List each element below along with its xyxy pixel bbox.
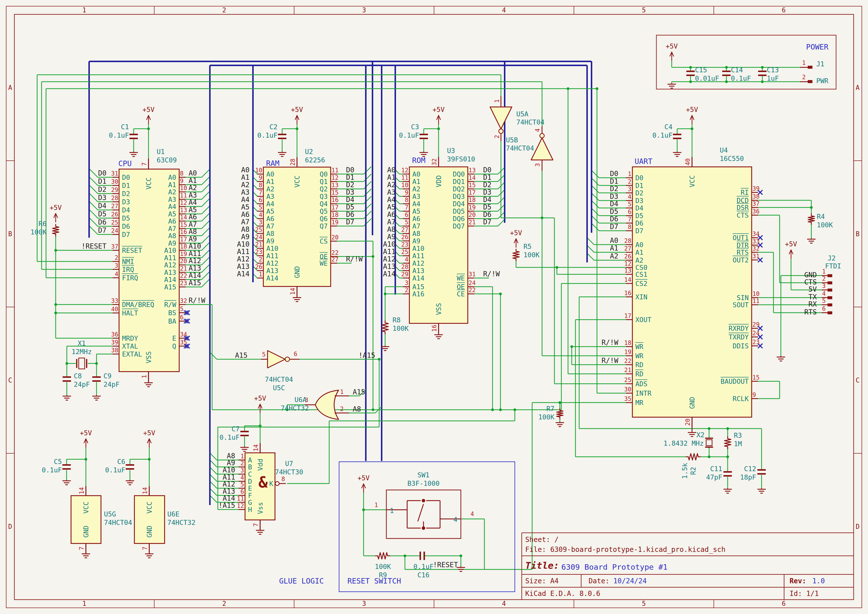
U4-pin-MR: MR — [636, 399, 643, 406]
net-label-A2: A2 — [387, 181, 395, 188]
U3-vcc-num: 32 — [431, 158, 437, 166]
titleblock-app: KiCad E.D.A. 8.0.6 — [525, 590, 600, 597]
U4-pin2-num: 2 — [628, 179, 631, 185]
U2-pin-Q1: Q1 — [319, 178, 328, 185]
U1-pin-A15: A15 — [164, 284, 176, 290]
U1-pin-D5: D5 — [122, 215, 130, 222]
U6E-value: 74HCT32 — [167, 519, 195, 526]
U4-pin-TXRDY: TXRDY — [728, 334, 749, 340]
net-label-A13: A13 — [189, 265, 201, 272]
U2-pin19-num: 19 — [332, 219, 339, 225]
C2-ref: C2 — [269, 124, 277, 130]
U1-pin23-num: 23 — [180, 280, 187, 286]
U1-pin-RESET: RESET — [122, 247, 142, 254]
U4-pin25-num: 25 — [624, 377, 631, 383]
U2-pin15-num: 15 — [332, 190, 339, 195]
U1-pin9-num: 9 — [180, 178, 183, 184]
SW1-pin4-num: 4 — [471, 511, 474, 517]
U1-pin12-num: 12 — [180, 200, 187, 206]
net-label-D4: D4 — [98, 203, 107, 209]
U3-pin-DQ0: DQ0 — [453, 171, 465, 178]
net-label-A11: A11 — [383, 248, 395, 255]
U2-pin-CS: CS — [319, 238, 328, 245]
U2-value: 62256 — [305, 157, 325, 163]
frame-col-1: 1 — [82, 600, 86, 607]
U1-pin-D7: D7 — [122, 231, 130, 238]
net-label-A10: A10 — [237, 241, 250, 248]
U4-pin37-num: 37 — [752, 201, 760, 207]
U7-pin-G: G — [248, 499, 252, 506]
U1-pin4-num: 4 — [115, 271, 118, 277]
net-label-A0: A0 — [189, 170, 197, 177]
U4-pin23-num: 23 — [752, 339, 760, 345]
U1-pin15-num: 15 — [180, 222, 187, 228]
U5A-pin1: 1 — [494, 99, 500, 103]
U4-pin17-num: 17 — [624, 313, 631, 319]
U4-pin-CS0: CS0 — [636, 264, 648, 271]
U2-ref: U2 — [305, 148, 313, 155]
U2-pin13-num: 13 — [332, 182, 339, 188]
U5A-value: 74HCT04 — [516, 119, 544, 126]
U4-pin-D6: D6 — [636, 220, 643, 226]
U4-pin33-num: 33 — [752, 239, 760, 244]
U4-pin-XOUT: XOUT — [636, 316, 651, 323]
U2-pin-A6: A6 — [266, 216, 274, 222]
U2-pin20-num: 20 — [332, 234, 339, 240]
net-label-A1: A1 — [241, 174, 250, 181]
net-label-A14: A14 — [237, 271, 250, 278]
net-label-A12: A12 — [189, 257, 201, 264]
net-label-A3: A3 — [189, 192, 197, 199]
frame-row-B: B — [8, 231, 12, 237]
U1-pin-A5: A5 — [168, 211, 176, 217]
U7-pin-K: K — [269, 480, 273, 487]
U4-ref: U4 — [720, 147, 728, 154]
net-label-A1: A1 — [610, 245, 618, 252]
U2-pin-Q6: Q6 — [319, 216, 328, 222]
U1-value: 63C09 — [157, 157, 177, 163]
U2-pin23-num: 23 — [255, 249, 262, 255]
U2-pin9-num: 9 — [259, 175, 262, 181]
net-label-A11: A11 — [189, 250, 201, 257]
U7-ref: U7 — [285, 460, 293, 467]
U4-pin-RD: RD — [636, 361, 643, 368]
label-glue-logic: GLUE LOGIC — [279, 577, 324, 585]
U1-pin-A9: A9 — [168, 240, 176, 247]
net-label-A11: A11 — [223, 474, 235, 481]
C13-value: 1uF — [767, 75, 779, 82]
titleblock-date: 10/24/24 — [613, 578, 647, 585]
U3-pin3-num: 3 — [405, 280, 408, 286]
SW1-pin4-name: 4 — [453, 516, 457, 523]
C1-value: 0.1uF — [109, 132, 129, 139]
net-label-R-nW: R/!W — [346, 256, 363, 263]
net-label-A3: A3 — [241, 189, 250, 196]
J1-ref: J1 — [816, 60, 825, 67]
titleblock-file: File: 6309-board-prototype-1.kicad_pro.k… — [525, 546, 725, 553]
C12-ref: C12 — [744, 465, 756, 472]
plus5v-label-2: +5V — [291, 106, 303, 113]
U3-pin-A11: A11 — [412, 253, 425, 259]
net-label-D2: D2 — [346, 181, 355, 188]
U4-pin-WR: WR — [636, 343, 643, 350]
net-label-A5: A5 — [241, 204, 250, 211]
U4-pin26-num: 26 — [624, 254, 631, 259]
J2-label-RTS: RTS — [804, 309, 817, 316]
net-label-D6: D6 — [346, 211, 355, 218]
net-label-na15: !A15 — [359, 352, 375, 359]
U3-pin-WE: WE — [457, 275, 465, 282]
net-label-D7: D7 — [98, 227, 107, 234]
titleblock-sheet: Sheet: / — [525, 536, 559, 543]
U7-pin11-num: 11 — [237, 496, 244, 502]
net-label-A7: A7 — [189, 221, 197, 228]
net-label-A9: A9 — [387, 234, 395, 240]
U3-pin26-num: 26 — [401, 234, 408, 240]
net-label-a15: A15 — [353, 389, 365, 395]
net-label-D3: D3 — [346, 189, 355, 196]
U4-pin4-num: 4 — [628, 194, 631, 200]
U4-pin-DTR: DTR — [736, 242, 749, 248]
U1-pin-BA: BA — [168, 318, 176, 324]
U5A-ref: U5A — [516, 111, 529, 117]
U7-gnd-name: Vss — [257, 502, 264, 514]
net-label-R/nW: R/!W — [602, 339, 618, 346]
U5G-vcc-num: 14 — [79, 487, 85, 495]
C16-value: C16 — [417, 572, 430, 578]
